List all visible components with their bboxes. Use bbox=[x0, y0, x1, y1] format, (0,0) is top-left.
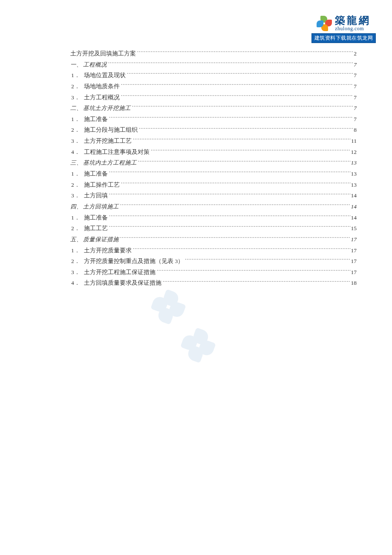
toc-leader bbox=[109, 170, 350, 176]
toc-entry: 五、质量保证措施17 bbox=[70, 234, 357, 245]
toc-title: 土方工程概况 bbox=[84, 92, 121, 103]
toc-leader bbox=[109, 225, 350, 231]
toc-title: 土方回填 bbox=[84, 190, 109, 201]
toc-title: 土方开挖施工工艺 bbox=[84, 136, 133, 147]
toc-page: 14 bbox=[350, 190, 357, 201]
toc-leader bbox=[157, 268, 350, 274]
toc-page: 17 bbox=[350, 245, 357, 256]
toc-title: 土方开挖质量要求 bbox=[84, 245, 133, 256]
toc-entry: 四、土方回填施工14 bbox=[70, 201, 357, 212]
pinwheel-icon bbox=[316, 15, 332, 32]
toc-marker: 1． bbox=[71, 114, 84, 125]
toc-leader bbox=[109, 192, 350, 198]
toc-page: 7 bbox=[353, 70, 357, 81]
logo-brand-cn: 築龍網 bbox=[335, 15, 371, 26]
logo-text: 築龍網 zhulong.com bbox=[335, 15, 371, 32]
toc-marker: 4． bbox=[71, 147, 84, 158]
toc-leader bbox=[151, 148, 350, 154]
watermark-icon bbox=[181, 328, 215, 362]
toc-marker: 2． bbox=[71, 124, 84, 136]
toc-marker: 2． bbox=[71, 81, 84, 92]
toc-page: 17 bbox=[350, 267, 357, 278]
toc-leader bbox=[109, 214, 350, 220]
toc-page: 2 bbox=[353, 48, 357, 59]
toc-marker: 1． bbox=[71, 168, 84, 179]
toc-entry: 4．土方回填质量要求及保证措施18 bbox=[70, 278, 357, 289]
toc-entry: 4．工程施工注意事项及对策12 bbox=[70, 147, 357, 158]
toc-marker: 3． bbox=[71, 92, 84, 103]
toc-page: 14 bbox=[350, 212, 357, 223]
toc-entry: 一、工程概况7 bbox=[70, 59, 357, 70]
toc-entry: 2．施工分段与施工组织8 bbox=[70, 124, 357, 136]
toc-page: 13 bbox=[350, 157, 357, 168]
toc-leader bbox=[133, 246, 350, 252]
toc-leader bbox=[137, 50, 353, 56]
toc-page: 13 bbox=[350, 179, 357, 191]
toc-leader bbox=[163, 279, 350, 285]
toc-title: 施工工艺 bbox=[84, 223, 109, 234]
toc-leader bbox=[120, 235, 350, 241]
toc-page: 12 bbox=[350, 147, 357, 158]
toc-leader bbox=[133, 137, 350, 143]
toc-leader bbox=[120, 202, 350, 208]
toc-marker: 4． bbox=[71, 278, 84, 289]
toc-entry: 1．土方开挖质量要求17 bbox=[70, 245, 357, 256]
toc-page: 17 bbox=[350, 234, 357, 245]
toc-marker: 三、 bbox=[70, 157, 83, 168]
toc-page: 7 bbox=[353, 59, 357, 70]
toc-leader bbox=[108, 61, 353, 66]
toc-entry: 土方开挖及回填施工方案2 bbox=[70, 48, 357, 59]
toc-leader bbox=[139, 126, 353, 132]
toc-marker: 3． bbox=[71, 136, 84, 147]
toc-title: 施工准备 bbox=[84, 168, 109, 179]
toc-entry: 二、基坑土方开挖施工7 bbox=[70, 103, 357, 114]
toc-title: 基坑内土方工程施工 bbox=[83, 157, 138, 168]
toc-leader bbox=[127, 72, 353, 78]
toc-page: 7 bbox=[353, 114, 357, 125]
toc-title: 方开挖质量控制重点及措施（见表 3） bbox=[84, 256, 185, 267]
toc-page: 18 bbox=[350, 278, 357, 289]
site-logo: 築龍網 zhulong.com 建筑资料下载就在筑龙网 bbox=[311, 15, 376, 43]
toc-entry: 3．土方工程概况7 bbox=[70, 92, 357, 103]
toc-title: 工程施工注意事项及对策 bbox=[84, 147, 151, 158]
toc-leader bbox=[121, 181, 350, 187]
toc-marker: 2． bbox=[71, 256, 84, 267]
toc-entry: 2．方开挖质量控制重点及措施（见表 3）17 bbox=[70, 256, 357, 267]
toc-marker: 2． bbox=[71, 223, 84, 234]
logo-row: 築龍網 zhulong.com bbox=[316, 15, 371, 32]
toc-title: 施工准备 bbox=[84, 212, 109, 223]
toc-leader bbox=[121, 82, 353, 88]
toc-title: 场地位置及现状 bbox=[84, 70, 127, 81]
toc-entry: 3．土方回填14 bbox=[70, 190, 357, 201]
toc-title: 施工准备 bbox=[84, 114, 109, 125]
toc-leader bbox=[138, 159, 350, 165]
toc-page: 17 bbox=[350, 256, 357, 267]
toc-marker: 1． bbox=[71, 212, 84, 223]
toc-entry: 3．土方开挖施工工艺11 bbox=[70, 136, 357, 147]
toc-page: 11 bbox=[350, 136, 357, 147]
toc-title: 质量保证措施 bbox=[83, 234, 120, 245]
toc-title: 施工操作工艺 bbox=[84, 179, 121, 191]
toc-marker: 3． bbox=[71, 190, 84, 201]
toc-page: 7 bbox=[353, 81, 357, 92]
toc-marker: 四、 bbox=[70, 201, 83, 212]
toc-entry: 1．施工准备14 bbox=[70, 212, 357, 223]
toc-marker: 1． bbox=[71, 70, 84, 81]
logo-brand-en: zhulong.com bbox=[335, 26, 371, 32]
toc-title: 土方开挖工程施工保证措施 bbox=[84, 267, 157, 278]
toc-title: 工程概况 bbox=[83, 59, 108, 70]
toc-title: 场地地质条件 bbox=[84, 81, 121, 92]
toc-title: 施工分段与施工组织 bbox=[84, 124, 139, 136]
toc-entry: 2．施工工艺15 bbox=[70, 223, 357, 234]
toc-marker: 一、 bbox=[70, 59, 83, 70]
watermark-icon bbox=[151, 290, 185, 324]
toc-entry: 1．场地位置及现状7 bbox=[70, 70, 357, 81]
table-of-contents: 土方开挖及回填施工方案2一、工程概况71．场地位置及现状72．场地地质条件73．… bbox=[70, 48, 357, 289]
toc-entry: 3．土方开挖工程施工保证措施17 bbox=[70, 267, 357, 278]
toc-title: 土方回填施工 bbox=[83, 201, 120, 212]
logo-banner: 建筑资料下载就在筑龙网 bbox=[311, 33, 376, 43]
toc-page: 7 bbox=[353, 103, 357, 114]
toc-title: 基坑土方开挖施工 bbox=[83, 103, 132, 114]
toc-entry: 1．施工准备13 bbox=[70, 168, 357, 179]
toc-page: 13 bbox=[350, 168, 357, 179]
